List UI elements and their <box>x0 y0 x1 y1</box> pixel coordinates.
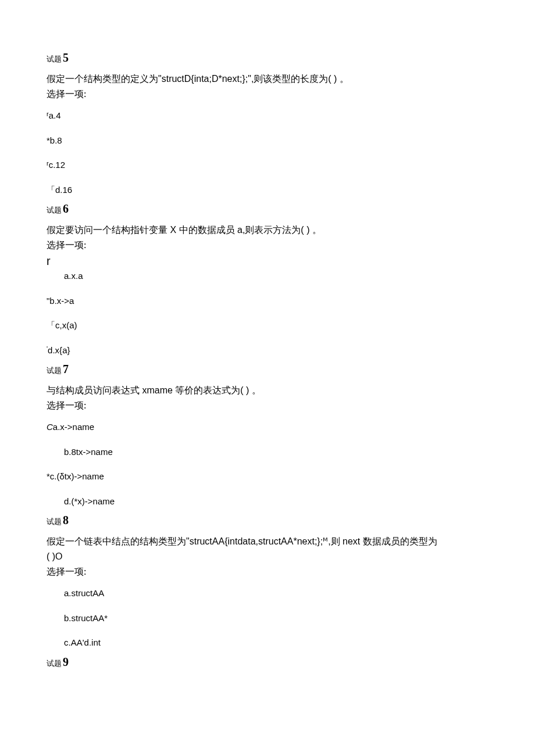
question-heading: 试题8 <box>47 511 488 529</box>
heading-number: 7 <box>63 363 69 375</box>
question-text: 与结构成员访问表达式 xmame 等价的表达式为( ) 。 <box>47 384 488 397</box>
option-label: c.AA'd.int <box>64 637 101 647</box>
option-b[interactable]: *b.8 <box>47 134 488 148</box>
question-block-8: 试题8 假定一个链表中结点的结构类型为"structAA{intdata,str… <box>47 511 488 650</box>
option-b[interactable]: b.8tx->name <box>47 446 488 459</box>
option-a[interactable]: a.x.a <box>47 270 488 283</box>
option-a[interactable]: Ca.x->name <box>47 421 488 434</box>
question-heading: 试题7 <box>47 360 488 378</box>
option-label: b.8 <box>50 135 62 145</box>
question-text-line-1: 假定一个链表中结点的结构类型为"structAA{intdata,structA… <box>47 535 488 549</box>
option-d[interactable]: d.(*x)->name <box>47 495 488 508</box>
question-text: 假定要访问一个结构指针变量 X 中的数据成员 a,则表示方法为( ) 。 <box>47 223 488 237</box>
select-prompt: 选择一项: <box>47 87 488 101</box>
heading-number: 5 <box>63 51 69 64</box>
option-label: b.8tx->name <box>64 447 113 457</box>
option-a-marker: r <box>47 252 488 270</box>
option-prefix: C <box>47 422 53 432</box>
select-prompt: 选择一项: <box>47 238 488 252</box>
option-label: d.16 <box>55 185 72 195</box>
option-label: d.x{a} <box>48 345 70 355</box>
option-prefix: 「 <box>47 185 55 195</box>
option-b[interactable]: b.structAA* <box>47 612 488 625</box>
option-c[interactable]: c.AA'd.int <box>47 636 488 650</box>
option-d[interactable]: 'd.x{a} <box>47 344 488 357</box>
option-label: b.x->a <box>49 296 74 306</box>
heading-prefix: 试题 <box>47 206 62 214</box>
heading-prefix: 试题 <box>47 55 62 63</box>
heading-prefix: 试题 <box>47 517 62 526</box>
option-label: c,x(a) <box>55 320 77 330</box>
heading-number: 9 <box>63 655 69 668</box>
question-block-6: 试题6 假定要访问一个结构指针变量 X 中的数据成员 a,则表示方法为( ) 。… <box>47 200 488 357</box>
option-label: a.x->name <box>53 422 94 432</box>
option-c[interactable]: 「c,x(a) <box>47 319 488 332</box>
option-label: c.12 <box>49 160 65 170</box>
question-text-line-2: ( )O <box>47 550 488 564</box>
question-heading: 试题6 <box>47 200 488 217</box>
question-block-9: 试题9 <box>47 653 488 671</box>
question-heading: 试题9 <box>47 653 488 671</box>
option-a[interactable]: ra.4 <box>47 109 488 123</box>
option-label: d.(*x)->name <box>64 496 115 506</box>
option-label: b.structAA* <box>64 613 108 623</box>
option-label: a.4 <box>49 110 61 120</box>
heading-prefix: 试题 <box>47 659 62 668</box>
option-a[interactable]: a.structAA <box>47 587 488 600</box>
option-d[interactable]: 「d.16 <box>47 184 488 197</box>
option-c[interactable]: rc.12 <box>47 159 488 172</box>
question-block-5: 试题5 假定一个结构类型的定义为"structD{inta;D*next;};"… <box>47 49 488 196</box>
option-c[interactable]: *c.(δtx)->name <box>47 470 488 483</box>
heading-number: 6 <box>63 202 69 215</box>
heading-number: 8 <box>63 514 69 526</box>
option-label: a.x.a <box>64 271 83 281</box>
select-prompt: 选择一项: <box>47 565 488 579</box>
option-label: a.structAA <box>64 588 104 598</box>
question-heading: 试题5 <box>47 49 488 66</box>
question-block-7: 试题7 与结构成员访问表达式 xmame 等价的表达式为( ) 。 选择一项: … <box>47 360 488 508</box>
option-prefix: 「 <box>47 320 55 330</box>
select-prompt: 选择一项: <box>47 399 488 413</box>
heading-prefix: 试题 <box>47 366 62 375</box>
option-label: c.(δtx)->name <box>50 471 104 481</box>
question-text: 假定一个结构类型的定义为"structD{inta;D*next;};",则该类… <box>47 72 488 86</box>
option-b[interactable]: "b.x->a <box>47 295 488 308</box>
